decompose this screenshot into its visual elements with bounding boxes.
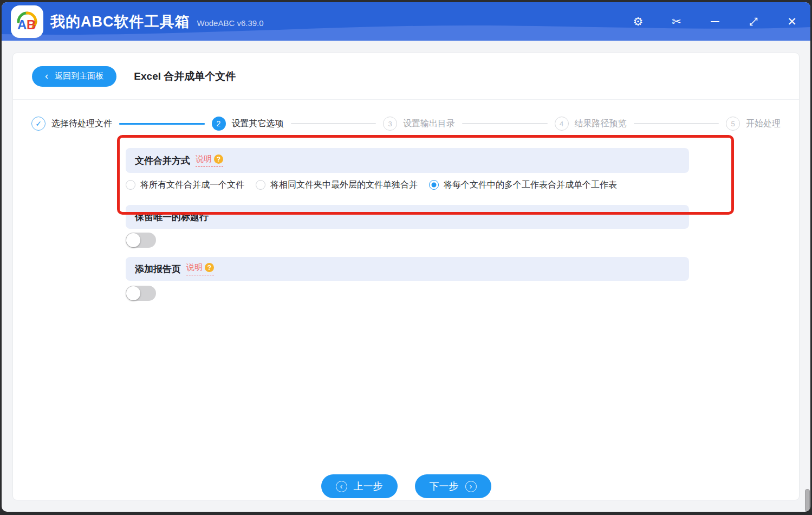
app-version: WodeABC v6.39.0 <box>197 18 264 28</box>
radio-checked-icon <box>429 180 439 190</box>
step-4-label: 结果路径预览 <box>575 118 627 130</box>
step-4-result-preview: 4 结果路径预览 <box>555 117 627 131</box>
step-3-badge: 3 <box>383 117 397 131</box>
toggle-knob <box>126 233 140 247</box>
step-5-badge: 5 <box>726 117 740 131</box>
chevron-left-icon: ‹ <box>45 70 48 81</box>
step-1-check-icon: ✓ <box>31 117 46 131</box>
scrollbar-thumb[interactable] <box>805 489 810 512</box>
app-window: A B 我的ABC软件工具箱 WodeABC v6.39.0 ⚙ ✂ ✕ ‹ 返… <box>2 2 810 512</box>
back-button-label: 返回到主面板 <box>55 71 103 81</box>
desktop: { "titlebar": { "app_title": "我的ABC软件工具箱… <box>0 0 812 515</box>
circle-arrow-left-icon: ‹ <box>336 481 347 492</box>
report-page-help[interactable]: 说明 ? <box>186 262 214 275</box>
merge-mode-title: 文件合并方式 <box>135 154 190 167</box>
step-3-label: 设置输出目录 <box>403 118 455 130</box>
report-page-help-link[interactable]: 说明 <box>186 262 203 273</box>
app-title: 我的ABC软件工具箱 <box>50 12 190 31</box>
titlebar: A B 我的ABC软件工具箱 WodeABC v6.39.0 ⚙ ✂ ✕ <box>2 2 810 41</box>
svg-text:B: B <box>27 17 36 32</box>
svg-text:A: A <box>17 17 27 32</box>
report-page-title: 添加报告页 <box>135 263 181 275</box>
main-card: ‹ 返回到主面板 Excel 合并成单个文件 ✓ 选择待处理文件 2 设置其它选… <box>12 53 800 500</box>
step-connector <box>291 123 376 124</box>
app-logo: A B <box>11 5 43 38</box>
step-3-output-dir: 3 设置输出目录 <box>383 117 455 131</box>
previous-step-label: 上一步 <box>354 480 383 493</box>
report-page-section-header: 添加报告页 说明 ? <box>126 257 689 281</box>
step-2-label: 设置其它选项 <box>232 118 284 130</box>
question-icon[interactable]: ? <box>205 263 214 272</box>
step-connector-done <box>119 123 205 125</box>
merge-mode-help-link[interactable]: 说明 <box>196 154 212 164</box>
next-step-label: 下一步 <box>430 480 459 493</box>
previous-step-button[interactable]: ‹ 上一步 <box>321 474 398 498</box>
radio-unchecked-icon <box>256 180 265 190</box>
step-2-other-options: 2 设置其它选项 <box>212 117 284 131</box>
merge-mode-options: 将所有文件合并成一个文件 将相同文件夹中最外层的文件单独合并 将每个文件中的多个… <box>126 175 689 195</box>
scissors-icon[interactable]: ✂ <box>670 15 683 28</box>
wizard-footer: ‹ 上一步 下一步 › <box>13 474 799 498</box>
resize-arrows-icon <box>748 16 759 27</box>
settings-gear-icon[interactable]: ⚙ <box>632 15 645 28</box>
radio-label: 将每个文件中的多个工作表合并成单个工作表 <box>444 179 617 191</box>
step-wizard: ✓ 选择待处理文件 2 设置其它选项 3 设置输出目录 4 结果路径预览 5 开… <box>13 110 799 138</box>
step-1-select-files: ✓ 选择待处理文件 <box>31 117 112 131</box>
radio-label: 将相同文件夹中最外层的文件单独合并 <box>270 179 418 191</box>
titlebar-buttons: ⚙ ✂ ✕ <box>632 15 798 28</box>
close-button[interactable]: ✕ <box>785 15 798 28</box>
step-2-badge: 2 <box>212 117 226 131</box>
step-connector <box>462 123 548 124</box>
back-to-main-button[interactable]: ‹ 返回到主面板 <box>32 66 116 87</box>
page-header: ‹ 返回到主面板 Excel 合并成单个文件 <box>13 53 799 100</box>
radio-merge-sheets-into-one[interactable]: 将每个文件中的多个工作表合并成单个工作表 <box>429 179 617 191</box>
radio-unchecked-icon <box>126 180 135 190</box>
step-5-start-process: 5 开始处理 <box>726 117 781 131</box>
keep-header-section-header: 保留唯一的标题行 <box>126 205 689 229</box>
app-logo-icon: A B <box>15 10 39 34</box>
maximize-button[interactable] <box>747 15 760 28</box>
page-title: Excel 合并成单个文件 <box>134 69 236 83</box>
chevron-left-glyph: ‹ <box>340 482 343 490</box>
minimize-button[interactable] <box>709 15 722 28</box>
keep-header-title: 保留唯一的标题行 <box>135 211 209 223</box>
options-content: 文件合并方式 说明 ? 将所有文件合并成一个文件 将相同文件夹中最外层的文件单独… <box>126 148 689 301</box>
toggle-knob <box>126 286 140 300</box>
circle-arrow-right-icon: › <box>465 481 477 492</box>
report-page-toggle[interactable] <box>126 286 156 301</box>
step-connector <box>634 123 719 124</box>
question-icon[interactable]: ? <box>214 154 223 164</box>
radio-label: 将所有文件合并成一个文件 <box>140 179 244 191</box>
next-step-button[interactable]: 下一步 › <box>415 474 491 498</box>
merge-mode-help[interactable]: 说明 ? <box>196 154 223 167</box>
merge-mode-section-header: 文件合并方式 说明 ? <box>126 148 689 173</box>
step-1-label: 选择待处理文件 <box>51 118 112 130</box>
radio-merge-same-folder[interactable]: 将相同文件夹中最外层的文件单独合并 <box>256 179 418 191</box>
keep-header-toggle[interactable] <box>126 233 156 248</box>
step-5-label: 开始处理 <box>746 118 781 130</box>
check-glyph: ✓ <box>35 119 42 128</box>
step-4-badge: 4 <box>555 117 569 131</box>
chevron-right-glyph: › <box>470 482 472 490</box>
radio-merge-all-into-one[interactable]: 将所有文件合并成一个文件 <box>126 179 244 191</box>
minimize-icon <box>711 21 719 22</box>
